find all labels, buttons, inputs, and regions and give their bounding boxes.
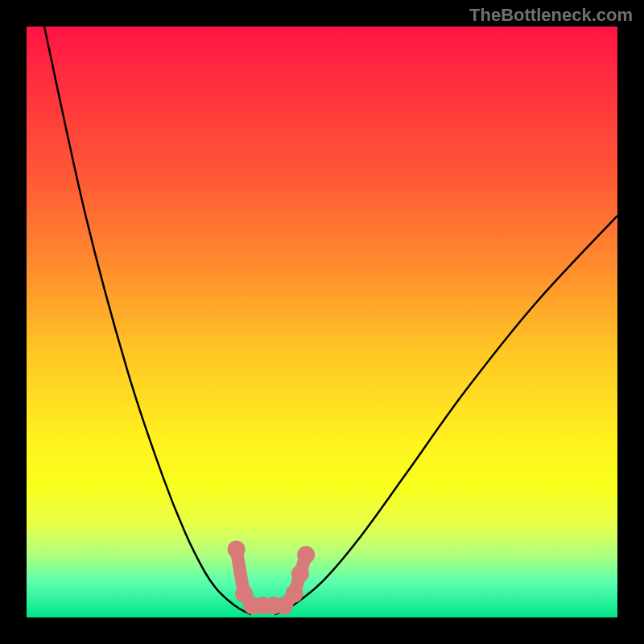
marker-dot [297, 546, 315, 564]
marker-dot [291, 565, 309, 583]
marker-dot [228, 541, 246, 559]
left-curve-path [44, 27, 251, 614]
watermark-label: TheBottleneck.com [469, 5, 633, 26]
marker-dot [286, 585, 303, 603]
chart-svg [27, 27, 617, 617]
right-curve-path [275, 216, 617, 614]
chart-plot-area [27, 27, 617, 617]
